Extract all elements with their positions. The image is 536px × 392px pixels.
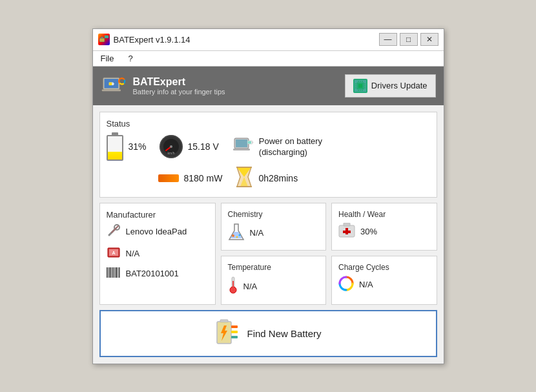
title-bar: BATExpert v1.9.1.14 — □ ✕ [93, 29, 444, 51]
mfr-name-item: Lenovo IdeaPad [107, 223, 209, 240]
right-panels: Chemistry N/A [221, 203, 437, 305]
power-state-label: Power on battery [259, 136, 322, 146]
svg-rect-51 [109, 267, 110, 278]
svg-rect-52 [111, 267, 112, 278]
svg-point-62 [238, 234, 240, 236]
svg-point-60 [232, 234, 234, 237]
health-label: Health / Wear [338, 210, 430, 219]
power-bar-icon [158, 174, 179, 182]
mfr-serial-text: BAT20101001 [126, 269, 179, 278]
svg-rect-53 [112, 267, 114, 278]
main-window: BATExpert v1.9.1.14 — □ ✕ File ? [92, 28, 444, 364]
temp-value: N/A [243, 282, 258, 291]
header-titles: BATExpert Battery info at your finger ti… [133, 76, 225, 96]
svg-rect-33 [233, 149, 250, 150]
svg-rect-77 [231, 336, 238, 338]
svg-rect-72 [220, 320, 228, 322]
svg-rect-66 [343, 231, 351, 233]
app-name: BATExpert [133, 76, 225, 88]
svg-rect-3 [105, 36, 108, 38]
temp-label: Temperature [228, 263, 320, 272]
power-mw-value: 8180 mW [184, 173, 223, 183]
temp-value-row: N/A [228, 276, 320, 298]
app-subtitle: Battery info at your finger tips [133, 88, 225, 96]
menu-help[interactable]: ? [125, 52, 135, 65]
chemistry-panel: Chemistry N/A [221, 203, 327, 251]
mfr-label: Manufacturer [107, 210, 209, 220]
drivers-update-button[interactable]: Drivers Update [345, 74, 436, 98]
svg-rect-57 [119, 267, 120, 278]
svg-rect-54 [114, 267, 115, 278]
cycles-icon [338, 276, 354, 294]
power-mw-item: 8180 mW [158, 173, 223, 183]
svg-rect-6 [101, 89, 120, 91]
minimize-button[interactable]: — [379, 33, 397, 46]
svg-point-61 [236, 236, 238, 238]
svg-rect-14 [358, 84, 362, 88]
battery-status-item: 31% [107, 132, 147, 161]
chem-value-row: N/A [228, 223, 320, 243]
svg-rect-75 [231, 325, 238, 328]
svg-rect-50 [108, 267, 108, 278]
medkit-icon [338, 223, 355, 241]
find-battery-icon [214, 319, 239, 348]
menu-bar: File ? [93, 51, 444, 67]
battery-icon [107, 132, 123, 161]
svg-rect-69 [232, 281, 234, 290]
title-bar-left: BATExpert v1.9.1.14 [98, 34, 191, 45]
time-status-item: 0h28mins [235, 166, 298, 191]
svg-rect-49 [107, 267, 108, 278]
svg-rect-8 [108, 82, 112, 85]
maximize-button[interactable]: □ [400, 33, 418, 46]
power-state-item: Power on battery (discharging) [232, 134, 322, 159]
svg-point-29 [170, 145, 172, 148]
battery-percent: 31% [129, 141, 147, 152]
voltage-value: 15.18 V [188, 141, 219, 152]
model-icon: A [107, 245, 121, 262]
thermometer-icon [228, 276, 238, 298]
svg-rect-1 [101, 37, 103, 38]
gauge-icon: km/h [160, 135, 183, 158]
cycles-label: Charge Cycles [338, 263, 430, 272]
header: BATExpert Battery info at your finger ti… [93, 67, 444, 105]
app-icon [98, 34, 110, 45]
health-value: 30% [360, 227, 377, 236]
svg-rect-2 [99, 39, 104, 42]
wrench-icon [107, 223, 121, 240]
barcode-icon [107, 267, 121, 280]
close-button[interactable]: ✕ [420, 33, 438, 46]
content: Status 31% [93, 105, 444, 364]
svg-rect-55 [116, 267, 117, 278]
manufacturer-panel: Manufacturer Lenovo IdeaPad [99, 203, 216, 305]
svg-rect-64 [344, 223, 350, 226]
svg-rect-9 [114, 83, 114, 84]
health-value-row: 30% [338, 223, 430, 241]
top-right: Chemistry N/A [221, 203, 437, 251]
status-row2: 8180 mW 0h28mins [107, 166, 430, 191]
svg-rect-32 [236, 139, 247, 147]
power-info: Power on battery (discharging) [259, 136, 322, 157]
flask-icon [228, 223, 245, 243]
health-panel: Health / Wear 30% [331, 203, 437, 251]
svg-text:km/h: km/h [167, 151, 174, 155]
menu-file[interactable]: File [98, 52, 117, 65]
bottom-right: Temperature N/A [221, 256, 437, 305]
header-app-icon [101, 73, 127, 99]
chip-icon [353, 79, 367, 93]
title-controls: — □ ✕ [379, 33, 438, 46]
status-panel: Status 31% [99, 112, 437, 198]
cycles-value-row: N/A [338, 276, 430, 294]
chem-label: Chemistry [228, 210, 320, 219]
time-value: 0h28mins [258, 173, 298, 183]
find-battery-button[interactable]: Find New Battery [99, 310, 437, 357]
svg-text:A: A [112, 251, 115, 255]
voltage-status-item: km/h 15.18 V [160, 135, 219, 158]
mfr-model-text: N/A [126, 249, 140, 258]
find-battery-label: Find New Battery [247, 328, 321, 339]
status-label: Status [107, 119, 430, 129]
chem-value: N/A [250, 228, 264, 238]
cycles-value: N/A [359, 280, 373, 289]
svg-rect-35 [247, 141, 251, 143]
mfr-model-item: A N/A [107, 245, 209, 262]
drivers-btn-label: Drivers Update [371, 81, 428, 90]
